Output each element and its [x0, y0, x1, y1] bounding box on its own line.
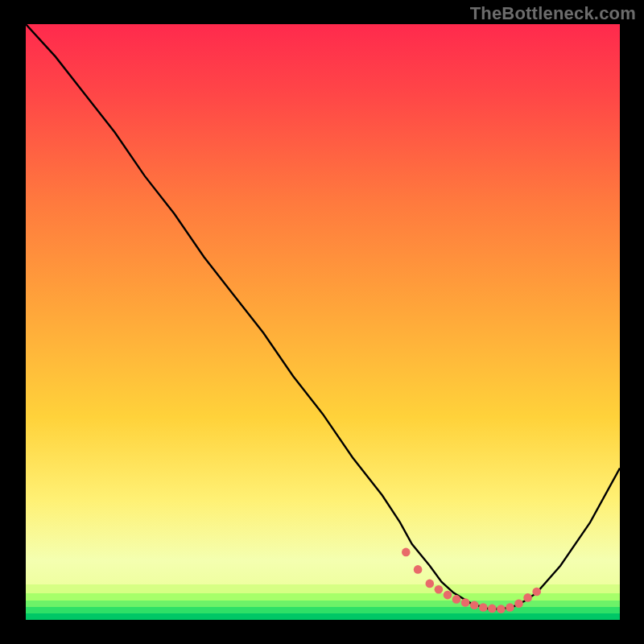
- dot: [488, 605, 497, 613]
- dot: [435, 585, 444, 594]
- dot: [497, 605, 506, 613]
- dot: [523, 593, 532, 602]
- stripe-1: [26, 584, 620, 593]
- dot: [470, 601, 479, 610]
- chart-svg: [0, 0, 644, 644]
- chart-stage: TheBottleneck.com: [0, 0, 644, 644]
- gradient-bg: [26, 24, 620, 620]
- dot: [444, 591, 452, 600]
- dot: [461, 598, 470, 607]
- plot-area: [26, 24, 620, 620]
- dot: [532, 588, 541, 597]
- dot: [506, 603, 514, 612]
- stripe-5: [26, 613, 620, 620]
- dot: [479, 603, 488, 612]
- watermark-text: TheBottleneck.com: [470, 3, 636, 24]
- dot: [514, 600, 523, 609]
- dot: [426, 580, 435, 588]
- stripe-3: [26, 601, 620, 607]
- dot: [452, 595, 461, 604]
- dot: [414, 565, 423, 574]
- stripe-4: [26, 607, 620, 613]
- dot: [402, 548, 411, 557]
